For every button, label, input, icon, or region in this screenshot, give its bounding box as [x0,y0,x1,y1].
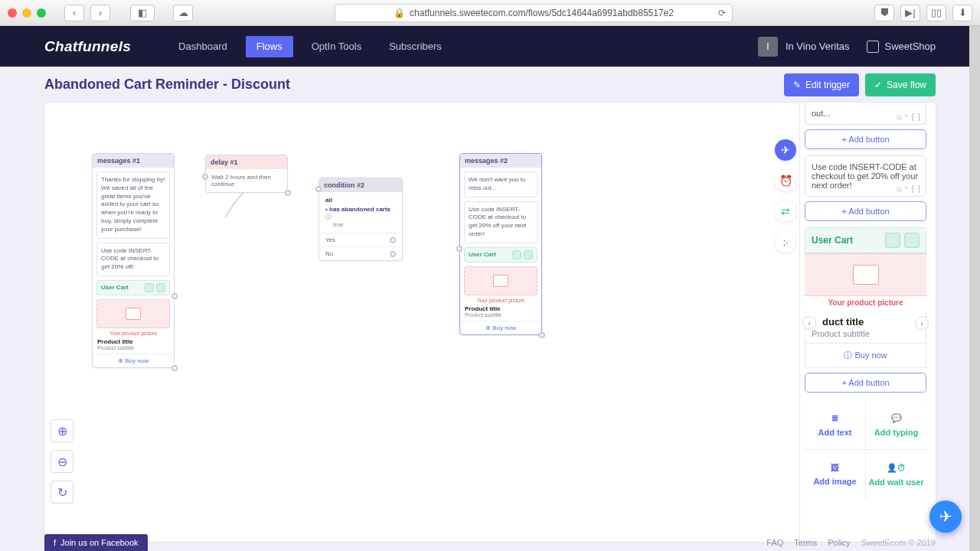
footer-link-faq[interactable]: FAQ [766,538,783,547]
text-icon: ≣ [831,413,838,423]
add-button-button[interactable]: + Add button [805,373,926,393]
nav-subscribers[interactable]: Subscribers [375,26,456,67]
facebook-join-button[interactable]: fJoin us on Facebook [44,534,148,551]
sidebar-toggle-icon[interactable]: ◧ [130,5,155,21]
output-port[interactable] [390,237,396,243]
product-card[interactable]: ‹ › duct title Product subtitle [805,311,926,344]
link-icon[interactable] [156,283,165,292]
product-title[interactable]: Product title [460,305,541,312]
zoom-in-button[interactable]: ⊕ [51,419,74,442]
delay-tool-icon[interactable]: ⏰ [775,170,796,191]
condition-tool-icon[interactable]: ჻ [775,231,796,253]
nav-back-button[interactable]: ‹ [64,5,84,21]
buy-now-button[interactable]: ⊕ Buy now [93,354,174,367]
extension-icon[interactable]: ⛊ [874,5,894,21]
product-subtitle[interactable]: Product subtitle [93,345,174,354]
play-icon[interactable]: ▶| [900,5,920,21]
node-header[interactable]: messages #2 [460,154,541,168]
node-messages-2[interactable]: messages #2 We don't want you to miss ou… [459,153,542,335]
reload-icon[interactable]: ⟳ [718,8,726,18]
facebook-icon: f [54,538,56,547]
link-icon[interactable] [524,250,533,259]
message-block[interactable]: We don't want you to miss out... [464,171,537,197]
carousel-next-icon[interactable]: › [915,316,929,330]
message-editor[interactable]: out... ☺⁺ { } [805,103,926,125]
product-image-placeholder[interactable] [96,299,170,328]
randomize-tool-icon[interactable]: ⇄ [775,201,796,222]
input-port[interactable] [202,174,208,180]
product-subtitle[interactable]: Product subtitle [460,312,541,321]
user-cart-header[interactable]: User Cart [805,227,926,253]
output-port[interactable] [390,251,396,257]
download-icon[interactable]: ⬇ [952,5,972,21]
add-button-button[interactable]: + Add button [805,201,926,221]
target-icon[interactable] [145,283,154,292]
user-name[interactable]: In Vino Veritas [786,41,850,52]
product-title[interactable]: Product title [93,338,174,345]
condition-body[interactable]: all • has abandoned carts ⓘ true [319,192,402,233]
output-port[interactable] [172,293,178,299]
close-window-icon[interactable] [8,8,17,18]
footer-link-terms[interactable]: Terms [794,538,817,547]
carousel-prev-icon[interactable]: ‹ [802,316,816,330]
add-typing-button[interactable]: 💬Add typing [866,400,926,449]
product-title[interactable]: duct title [812,316,920,328]
node-condition-2[interactable]: condition #2 all • has abandoned carts ⓘ… [318,178,403,261]
target-icon[interactable] [512,250,521,259]
nav-flows[interactable]: Flows [246,36,293,57]
add-wait-user-button[interactable]: 👤⏱Add wait user [866,450,926,499]
node-header[interactable]: messages #1 [93,154,174,168]
message-tools[interactable]: ☺⁺ { } [896,112,921,121]
user-cart-header[interactable]: User Cart [464,247,537,262]
product-image-placeholder[interactable] [464,266,537,295]
node-delay-1[interactable]: delay #1 Wait 2 hours and then continue [205,155,288,193]
product-image-placeholder[interactable] [805,253,926,296]
output-port[interactable] [285,190,291,196]
save-flow-button[interactable]: ✓Save flow [865,73,936,96]
nav-optin-tools[interactable]: OptIn Tools [298,26,376,67]
condition-yes-branch[interactable]: Yes [319,233,402,246]
buy-now-button[interactable]: ⊕ Buy now [460,321,541,334]
add-button-button[interactable]: + Add button [805,129,926,149]
minimize-window-icon[interactable] [22,8,31,18]
messenger-tool-icon[interactable]: ✈ [775,139,796,161]
input-port[interactable] [315,186,322,192]
maximize-window-icon[interactable] [37,8,46,18]
message-block[interactable]: Thanks for stopping by! We saved all of … [96,171,170,239]
add-image-button[interactable]: 🖼Add image [805,450,865,499]
message-block[interactable]: Use code INSERT-CODE at checkout to get … [96,243,170,276]
zoom-reset-button[interactable]: ↻ [51,481,74,504]
output-port[interactable] [172,365,178,371]
add-text-button[interactable]: ≣Add text [805,400,865,449]
target-icon[interactable] [885,233,900,248]
input-port[interactable] [456,246,462,252]
flow-canvas[interactable]: messages #1 Thanks for stopping by! We s… [44,103,936,542]
nav-forward-button[interactable]: › [90,5,110,21]
nav-dashboard[interactable]: Dashboard [165,26,241,67]
shop-name[interactable]: SweetShop [885,41,936,52]
buy-now-button[interactable]: ⓘ Buy now [805,344,926,368]
product-subtitle[interactable]: Product subtitle [812,329,920,338]
node-messages-1[interactable]: messages #1 Thanks for stopping by! We s… [92,153,175,368]
footer-link-policy[interactable]: Policy [828,538,850,547]
edit-trigger-button[interactable]: ✎Edit trigger [784,73,859,96]
message-editor[interactable]: Use code INSERT-CODE at checkout to get … [805,155,926,197]
zoom-out-button[interactable]: ⊖ [51,450,74,473]
user-cart-header[interactable]: User Cart [96,280,170,295]
message-tools[interactable]: ☺⁺ { } [896,184,921,193]
address-bar[interactable]: 🔒 chatfunnels.sweetecom.com/flows/5dc146… [335,4,733,22]
output-port[interactable] [539,332,545,338]
cloud-tabs-icon[interactable]: ☁ [173,5,193,21]
messenger-chat-fab[interactable]: ✈ [929,500,962,533]
link-icon[interactable] [904,233,920,248]
brand-logo[interactable]: Chatfunnels [44,38,131,55]
shop-icon[interactable] [867,41,879,53]
node-header[interactable]: delay #1 [206,155,287,169]
tabs-icon[interactable]: ▯▯ [926,5,946,21]
user-avatar[interactable]: I [758,37,778,57]
node-header[interactable]: condition #2 [319,178,402,192]
delay-body[interactable]: Wait 2 hours and then continue [206,169,287,192]
message-block[interactable]: Use code INSERT-CODE at checkout to get … [464,201,537,243]
new-tab-gutter[interactable] [969,26,980,551]
condition-no-branch[interactable]: No [319,246,402,260]
